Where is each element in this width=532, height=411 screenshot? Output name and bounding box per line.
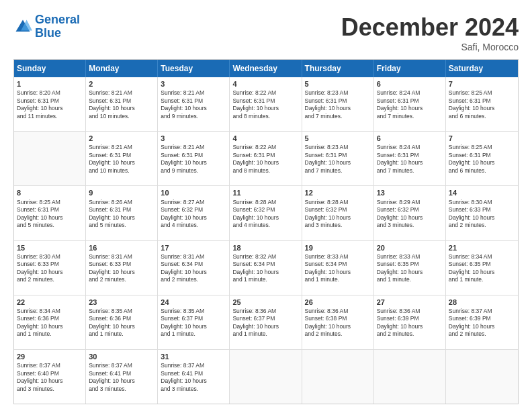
day-number: 13 [377,188,443,197]
calendar-cell: 8Sunrise: 8:25 AM Sunset: 6:31 PM Daylig… [14,186,86,240]
calendar-cell: 10Sunrise: 8:27 AM Sunset: 6:32 PM Dayli… [158,186,230,240]
day-info: Sunrise: 8:35 AM Sunset: 6:37 PM Dayligh… [161,308,226,338]
day-info: Sunrise: 8:21 AM Sunset: 6:31 PM Dayligh… [89,144,154,175]
calendar-cell: 18Sunrise: 8:32 AM Sunset: 6:34 PM Dayli… [230,241,302,295]
day-number: 17 [161,243,226,253]
calendar-header: Sunday Monday Tuesday Wednesday Thursday… [14,60,518,77]
header-friday: Friday [374,60,446,77]
day-info: Sunrise: 8:36 AM Sunset: 6:38 PM Dayligh… [305,308,371,338]
day-number: 7 [449,79,515,89]
day-number: 1 [17,79,83,89]
calendar-cell: 4Sunrise: 8:22 AM Sunset: 6:31 PM Daylig… [230,77,302,131]
calendar-cell: 9Sunrise: 8:26 AM Sunset: 6:31 PM Daylig… [86,186,158,240]
logo: General Blue [13,13,80,40]
calendar-cell: 7Sunrise: 8:25 AM Sunset: 6:31 PM Daylig… [446,132,518,185]
day-info: Sunrise: 8:34 AM Sunset: 6:35 PM Dayligh… [449,253,515,284]
day-info: Sunrise: 8:23 AM Sunset: 6:31 PM Dayligh… [305,89,371,120]
day-number: 20 [377,243,443,253]
calendar-cell [446,350,518,404]
day-number: 24 [161,298,226,307]
day-info: Sunrise: 8:36 AM Sunset: 6:37 PM Dayligh… [232,308,298,338]
calendar-row: 15Sunrise: 8:30 AM Sunset: 6:33 PM Dayli… [14,241,518,295]
calendar-cell: 2Sunrise: 8:21 AM Sunset: 6:31 PM Daylig… [86,77,158,131]
calendar-row: 1Sunrise: 8:20 AM Sunset: 6:31 PM Daylig… [14,77,518,132]
day-info: Sunrise: 8:22 AM Sunset: 6:31 PM Dayligh… [232,144,298,175]
day-number: 7 [449,134,515,143]
day-info: Sunrise: 8:36 AM Sunset: 6:39 PM Dayligh… [377,308,443,338]
header-sunday: Sunday [14,60,86,77]
day-info: Sunrise: 8:26 AM Sunset: 6:31 PM Dayligh… [89,199,154,230]
calendar-row: 8Sunrise: 8:25 AM Sunset: 6:31 PM Daylig… [14,186,518,240]
day-number: 9 [89,188,154,197]
day-info: Sunrise: 8:25 AM Sunset: 6:31 PM Dayligh… [449,89,515,120]
calendar-cell: 20Sunrise: 8:33 AM Sunset: 6:35 PM Dayli… [374,241,446,295]
header-saturday: Saturday [446,60,518,77]
day-number: 11 [232,188,298,197]
day-info: Sunrise: 8:31 AM Sunset: 6:33 PM Dayligh… [89,253,154,284]
day-number: 16 [89,243,154,253]
title-block: December 2024 Safi, Morocco [341,13,519,52]
day-number: 21 [449,243,515,253]
day-number: 18 [232,243,298,253]
day-number: 19 [305,243,371,253]
calendar-cell: 21Sunrise: 8:34 AM Sunset: 6:35 PM Dayli… [446,241,518,295]
day-number: 22 [17,298,83,307]
calendar-cell: 5Sunrise: 8:23 AM Sunset: 6:31 PM Daylig… [302,132,374,185]
calendar-body: 1Sunrise: 8:20 AM Sunset: 6:31 PM Daylig… [14,77,518,404]
day-info: Sunrise: 8:31 AM Sunset: 6:34 PM Dayligh… [161,253,226,284]
calendar-cell: 26Sunrise: 8:36 AM Sunset: 6:38 PM Dayli… [302,295,374,349]
day-number: 12 [305,188,371,197]
calendar-cell: 22Sunrise: 8:34 AM Sunset: 6:36 PM Dayli… [14,295,86,349]
day-info: Sunrise: 8:37 AM Sunset: 6:41 PM Dayligh… [161,362,226,393]
calendar-cell: 28Sunrise: 8:37 AM Sunset: 6:39 PM Dayli… [446,295,518,349]
day-info: Sunrise: 8:25 AM Sunset: 6:31 PM Dayligh… [449,144,515,175]
day-info: Sunrise: 8:33 AM Sunset: 6:34 PM Dayligh… [305,253,371,284]
calendar-row: 2Sunrise: 8:21 AM Sunset: 6:31 PM Daylig… [14,132,518,186]
calendar-cell: 23Sunrise: 8:35 AM Sunset: 6:36 PM Dayli… [86,295,158,349]
calendar-cell: 25Sunrise: 8:36 AM Sunset: 6:37 PM Dayli… [230,295,302,349]
calendar-cell: 6Sunrise: 8:24 AM Sunset: 6:31 PM Daylig… [374,132,446,185]
day-info: Sunrise: 8:24 AM Sunset: 6:31 PM Dayligh… [377,89,443,120]
day-info: Sunrise: 8:37 AM Sunset: 6:41 PM Dayligh… [89,362,154,393]
day-info: Sunrise: 8:33 AM Sunset: 6:35 PM Dayligh… [377,253,443,284]
day-info: Sunrise: 8:35 AM Sunset: 6:36 PM Dayligh… [89,308,154,338]
day-info: Sunrise: 8:34 AM Sunset: 6:36 PM Dayligh… [17,308,83,338]
calendar-cell: 7Sunrise: 8:25 AM Sunset: 6:31 PM Daylig… [446,77,518,131]
header: General Blue December 2024 Safi, Morocco [13,13,519,52]
subtitle: Safi, Morocco [341,42,519,52]
calendar-cell: 12Sunrise: 8:28 AM Sunset: 6:32 PM Dayli… [302,186,374,240]
month-title: December 2024 [341,13,519,42]
day-info: Sunrise: 8:20 AM Sunset: 6:31 PM Dayligh… [17,89,83,120]
page: General Blue December 2024 Safi, Morocco… [0,0,532,411]
day-info: Sunrise: 8:30 AM Sunset: 6:33 PM Dayligh… [449,199,515,230]
day-info: Sunrise: 8:29 AM Sunset: 6:32 PM Dayligh… [377,199,443,230]
day-number: 27 [377,298,443,307]
day-number: 15 [17,243,83,253]
day-info: Sunrise: 8:22 AM Sunset: 6:31 PM Dayligh… [232,89,298,120]
day-info: Sunrise: 8:21 AM Sunset: 6:31 PM Dayligh… [89,89,154,120]
calendar-cell [374,350,446,404]
day-number: 4 [232,79,298,89]
calendar-cell: 14Sunrise: 8:30 AM Sunset: 6:33 PM Dayli… [446,186,518,240]
calendar-cell: 16Sunrise: 8:31 AM Sunset: 6:33 PM Dayli… [86,241,158,295]
day-info: Sunrise: 8:23 AM Sunset: 6:31 PM Dayligh… [305,144,371,175]
header-thursday: Thursday [302,60,374,77]
calendar-cell: 6Sunrise: 8:24 AM Sunset: 6:31 PM Daylig… [374,77,446,131]
day-number: 6 [377,134,443,143]
day-number: 8 [17,188,83,197]
day-number: 6 [377,79,443,89]
calendar-cell: 29Sunrise: 8:37 AM Sunset: 6:40 PM Dayli… [14,350,86,404]
day-number: 3 [161,134,226,143]
calendar-cell: 4Sunrise: 8:22 AM Sunset: 6:31 PM Daylig… [230,132,302,185]
calendar-cell [230,350,302,404]
day-number: 28 [449,298,515,307]
calendar-cell: 1Sunrise: 8:20 AM Sunset: 6:31 PM Daylig… [14,77,86,131]
day-info: Sunrise: 8:30 AM Sunset: 6:33 PM Dayligh… [17,253,83,284]
calendar-cell: 24Sunrise: 8:35 AM Sunset: 6:37 PM Dayli… [158,295,230,349]
day-info: Sunrise: 8:37 AM Sunset: 6:39 PM Dayligh… [449,308,515,338]
calendar-cell: 30Sunrise: 8:37 AM Sunset: 6:41 PM Dayli… [86,350,158,404]
calendar-cell: 2Sunrise: 8:21 AM Sunset: 6:31 PM Daylig… [86,132,158,185]
day-number: 30 [89,352,154,361]
day-number: 3 [161,79,226,89]
calendar-row: 22Sunrise: 8:34 AM Sunset: 6:36 PM Dayli… [14,295,518,350]
